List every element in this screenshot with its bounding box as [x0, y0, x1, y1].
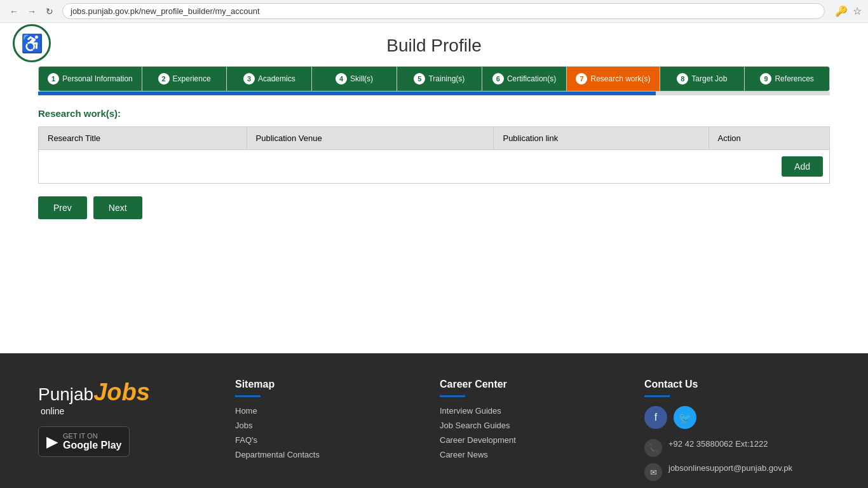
section-title: Research work(s): — [38, 108, 830, 119]
sitemap-heading: Sitemap — [235, 379, 421, 390]
tab-references[interactable]: 9 References — [745, 67, 829, 91]
tab-target-job-label: Target Job — [691, 74, 727, 83]
sitemap-link-home[interactable]: Home — [235, 406, 421, 416]
sitemap-link-faqs[interactable]: FAQ's — [235, 435, 421, 445]
table-header-row: Research Title Publication Venue Publica… — [39, 127, 830, 150]
sitemap-links: Home Jobs FAQ's Departmental Contacts — [235, 406, 421, 459]
next-button[interactable]: Next — [93, 196, 142, 219]
contact-phone: 📞 +92 42 35880062 Ext:1222 — [644, 439, 830, 457]
tab-training-label: Training(s) — [428, 74, 465, 83]
facebook-icon[interactable]: f — [644, 406, 667, 429]
email-text: jobsonlinesupport@punjab.gov.pk — [668, 463, 792, 473]
key-icon: 🔑 — [835, 5, 848, 17]
tab-skills[interactable]: 4 Skill(s) — [312, 67, 397, 91]
add-row: Add — [38, 150, 830, 184]
browser-icons: 🔑 ☆ — [835, 5, 862, 17]
address-bar[interactable]: jobs.punjab.gov.pk/new_profile_builder/m… — [62, 3, 825, 19]
step-8: 8 — [677, 73, 688, 85]
add-button[interactable]: Add — [782, 156, 823, 177]
google-play-button[interactable]: ▶ GET IT ON Google Play — [38, 426, 130, 457]
tab-experience[interactable]: 2 Experience — [142, 67, 227, 91]
main-content: Build Profile 1 Personal Information 2 E… — [0, 23, 868, 353]
career-link-interview[interactable]: Interview Guides — [440, 406, 625, 416]
browser-nav: ← → ↻ — [6, 4, 57, 19]
tab-skills-label: Skill(s) — [350, 74, 373, 83]
get-it-text: GET IT ON — [63, 432, 121, 440]
tab-target-job[interactable]: 8 Target Job — [660, 67, 745, 91]
footer-sitemap: Sitemap Home Jobs FAQ's Departmental Con… — [235, 379, 421, 487]
step-4: 4 — [336, 73, 347, 85]
col-research-title: Research Title — [39, 127, 247, 150]
footer-career: Career Center Interview Guides Job Searc… — [440, 379, 625, 487]
tab-academics-label: Academics — [258, 74, 295, 83]
career-link-news[interactable]: Career News — [440, 450, 625, 459]
progress-bar-container — [38, 92, 830, 95]
url-text: jobs.punjab.gov.pk/new_profile_builder/m… — [71, 6, 260, 16]
tab-certification[interactable]: 6 Certification(s) — [482, 67, 567, 91]
sitemap-link-jobs[interactable]: Jobs — [235, 421, 421, 430]
footer-contact: Contact Us f 🐦 📞 +92 42 35880062 Ext:122… — [644, 379, 830, 487]
star-icon[interactable]: ☆ — [853, 5, 862, 17]
back-button[interactable]: ← — [6, 4, 22, 19]
google-play-text: Google Play — [63, 440, 121, 451]
social-icons: f 🐦 — [644, 406, 830, 429]
tab-research[interactable]: 7 Research work(s) — [567, 67, 660, 91]
step-1: 1 — [48, 73, 59, 85]
contact-heading: Contact Us — [644, 379, 830, 390]
tab-academics[interactable]: 3 Academics — [227, 67, 312, 91]
twitter-icon[interactable]: 🐦 — [674, 406, 696, 429]
browser-bar: ← → ↻ jobs.punjab.gov.pk/new_profile_bui… — [0, 0, 868, 23]
tab-certification-label: Certification(s) — [507, 74, 556, 83]
step-7: 7 — [576, 73, 587, 85]
step-2: 2 — [158, 73, 170, 85]
email-icon: ✉ — [644, 463, 662, 481]
research-table: Research Title Publication Venue Publica… — [38, 126, 830, 150]
contact-email: ✉ jobsonlinesupport@punjab.gov.pk — [644, 463, 830, 481]
sitemap-underline — [235, 395, 261, 397]
footer-punjab-text: Punjab — [38, 384, 93, 405]
tab-research-label: Research work(s) — [590, 74, 650, 83]
step-3: 3 — [243, 73, 255, 85]
forward-button[interactable]: → — [24, 4, 39, 19]
contact-underline — [644, 395, 670, 397]
accessibility-logo: ♿ — [13, 24, 51, 62]
nav-buttons: Prev Next — [38, 196, 830, 219]
page-title: Build Profile — [0, 36, 868, 56]
reload-button[interactable]: ↻ — [42, 4, 57, 19]
tab-personal[interactable]: 1 Personal Information — [39, 67, 142, 91]
phone-icon: 📞 — [644, 439, 662, 457]
tabs-container: 1 Personal Information 2 Experience 3 Ac… — [38, 66, 830, 92]
tab-references-label: References — [775, 74, 813, 83]
footer-online-text: online — [41, 406, 64, 416]
footer-jobs-text: Jobs — [93, 379, 150, 406]
step-6: 6 — [492, 73, 504, 85]
sitemap-link-departmental[interactable]: Departmental Contacts — [235, 450, 421, 459]
page-header: Build Profile — [0, 23, 868, 66]
footer-logo: Punjab Jobs online ▶ GET IT ON Google Pl… — [38, 379, 216, 487]
col-action: Action — [709, 127, 829, 150]
career-heading: Career Center — [440, 379, 625, 390]
career-link-development[interactable]: Career Development — [440, 435, 625, 445]
prev-button[interactable]: Prev — [38, 196, 87, 219]
progress-bar-fill — [38, 92, 656, 95]
form-section: Research work(s): Research Title Publica… — [38, 108, 830, 184]
career-links: Interview Guides Job Search Guides Caree… — [440, 406, 625, 459]
tab-personal-label: Personal Information — [62, 74, 133, 83]
footer: Punjab Jobs online ▶ GET IT ON Google Pl… — [0, 353, 868, 488]
step-5: 5 — [414, 73, 425, 85]
career-link-job-search[interactable]: Job Search Guides — [440, 421, 625, 430]
tab-training[interactable]: 5 Training(s) — [397, 67, 482, 91]
col-publication-venue: Publication Venue — [247, 127, 494, 150]
tab-experience-label: Experience — [173, 74, 211, 83]
col-publication-link: Publication link — [494, 127, 709, 150]
step-9: 9 — [760, 73, 771, 85]
phone-text: +92 42 35880062 Ext:1222 — [668, 439, 768, 449]
play-icon: ▶ — [46, 433, 58, 451]
career-underline — [440, 395, 465, 397]
